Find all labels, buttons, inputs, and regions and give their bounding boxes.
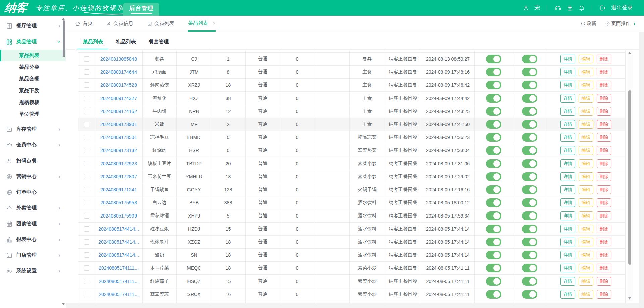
sale-status-toggle[interactable]	[486, 251, 501, 259]
item-id-link[interactable]: 20240809173132	[95, 144, 143, 157]
sidebar-item-dish-mgmt[interactable]: 菜品管理	[0, 34, 66, 50]
row-checkbox[interactable]	[84, 82, 89, 88]
show-status-toggle[interactable]	[522, 290, 537, 299]
item-id-link[interactable]: 20240805174414...	[95, 223, 143, 236]
item-id-link[interactable]: 20240809172807	[95, 170, 143, 183]
show-status-toggle[interactable]	[522, 55, 537, 63]
show-status-toggle[interactable]	[522, 211, 537, 220]
edit-button[interactable]: 编辑	[579, 290, 593, 299]
edit-button[interactable]: 编辑	[579, 55, 593, 63]
content-tab-mealbox-mgmt[interactable]: 餐盒管理	[143, 39, 174, 49]
delete-button[interactable]: 删除	[597, 68, 611, 76]
detail-button[interactable]: 详情	[560, 198, 575, 207]
sidebar-scroll-down-arrow[interactable]	[62, 303, 65, 305]
detail-button[interactable]: 详情	[560, 238, 575, 246]
delete-button[interactable]: 删除	[597, 133, 611, 142]
row-checkbox[interactable]	[84, 213, 89, 219]
delete-button[interactable]: 删除	[597, 120, 611, 129]
item-id-link[interactable]: 20240809172923	[95, 157, 143, 170]
sidebar-item-scan-order[interactable]: 扫码点餐	[0, 153, 66, 169]
show-status-toggle[interactable]	[522, 133, 537, 142]
delete-button[interactable]: 删除	[597, 81, 611, 89]
show-status-toggle[interactable]	[522, 107, 537, 116]
delete-button[interactable]: 删除	[597, 172, 611, 181]
sale-status-toggle[interactable]	[486, 198, 501, 207]
sale-status-toggle[interactable]	[486, 81, 501, 89]
delete-button[interactable]: 删除	[597, 251, 611, 259]
sale-status-toggle[interactable]	[486, 94, 501, 103]
content-tab-dish-list[interactable]: 菜品列表	[77, 39, 108, 49]
row-checkbox[interactable]	[84, 69, 89, 75]
sale-status-toggle[interactable]	[486, 211, 501, 220]
item-id-link[interactable]: 20240805174111...	[95, 288, 143, 301]
support-headset-icon[interactable]	[554, 4, 561, 11]
sidebar-item-restaurant-mgmt[interactable]: 餐厅管理	[0, 18, 66, 34]
sale-status-toggle[interactable]	[486, 172, 501, 181]
edit-button[interactable]: 编辑	[579, 120, 593, 129]
row-checkbox[interactable]	[84, 96, 89, 101]
sidebar-subitem-dish-combo[interactable]: 菜品套餐	[0, 73, 66, 85]
show-status-toggle[interactable]	[522, 68, 537, 76]
sale-status-toggle[interactable]	[486, 133, 501, 142]
delete-button[interactable]: 删除	[597, 94, 611, 103]
detail-button[interactable]: 详情	[560, 225, 575, 233]
scroll-down-arrow[interactable]	[628, 297, 631, 300]
row-checkbox[interactable]	[84, 292, 89, 297]
sidebar-item-inventory-mgmt[interactable]: 库存管理	[0, 121, 66, 137]
sale-status-toggle[interactable]	[486, 238, 501, 246]
notification-bell-icon[interactable]	[578, 5, 585, 11]
page-operations-button[interactable]: 页面操作 ›	[605, 21, 635, 27]
delete-button[interactable]: 删除	[597, 211, 611, 220]
sale-status-toggle[interactable]	[486, 277, 501, 286]
delete-button[interactable]: 删除	[597, 277, 611, 286]
sale-status-toggle[interactable]	[486, 146, 501, 155]
admin-nav-tab[interactable]: 后台管理	[123, 3, 159, 16]
item-id-link[interactable]: 20240805174414...	[95, 249, 143, 262]
item-id-link[interactable]: 20240809171241	[95, 183, 143, 196]
sale-status-toggle[interactable]	[486, 225, 501, 233]
detail-button[interactable]: 详情	[560, 107, 575, 116]
delete-button[interactable]: 删除	[597, 264, 611, 272]
detail-button[interactable]: 详情	[560, 133, 575, 142]
tab-dish-list[interactable]: 菜品列表 ×	[188, 16, 216, 32]
row-checkbox[interactable]	[84, 135, 89, 140]
detail-button[interactable]: 详情	[560, 159, 575, 168]
delete-button[interactable]: 删除	[597, 238, 611, 246]
row-checkbox[interactable]	[84, 252, 89, 258]
item-id-link[interactable]: 20240805175958	[95, 196, 143, 209]
detail-button[interactable]: 详情	[560, 185, 575, 194]
table-scrollbar-thumb[interactable]	[628, 90, 631, 265]
edit-button[interactable]: 编辑	[579, 225, 593, 233]
item-id-link[interactable]: 20240805174414...	[95, 236, 143, 249]
show-status-toggle[interactable]	[522, 251, 537, 259]
edit-button[interactable]: 编辑	[579, 107, 593, 116]
item-id-link[interactable]: 20240805175909	[95, 209, 143, 223]
sidebar-scroll-up-arrow[interactable]	[62, 18, 65, 20]
detail-button[interactable]: 详情	[560, 277, 575, 286]
item-id-link[interactable]: 20240809173501	[95, 131, 143, 144]
show-status-toggle[interactable]	[522, 185, 537, 194]
detail-button[interactable]: 详情	[560, 290, 575, 299]
row-checkbox[interactable]	[84, 161, 89, 166]
show-status-toggle[interactable]	[522, 120, 537, 129]
item-id-link[interactable]: 20240805174111...	[95, 275, 143, 288]
scroll-up-arrow[interactable]	[628, 52, 631, 54]
delete-button[interactable]: 删除	[597, 290, 611, 299]
delete-button[interactable]: 删除	[597, 225, 611, 233]
sidebar-subitem-dish-list[interactable]: 菜品列表	[0, 50, 66, 61]
sale-status-toggle[interactable]	[486, 120, 501, 129]
item-id-link[interactable]: 20240805174111...	[95, 262, 143, 275]
edit-button[interactable]: 编辑	[579, 277, 593, 286]
edit-button[interactable]: 编辑	[579, 146, 593, 155]
sidebar-item-groupbuy-mgmt[interactable]: 团购管理	[0, 216, 66, 232]
row-checkbox[interactable]	[84, 174, 89, 179]
row-checkbox[interactable]	[84, 279, 89, 284]
detail-button[interactable]: 详情	[560, 251, 575, 259]
sidebar-scrollbar-thumb[interactable]	[63, 20, 65, 57]
row-checkbox[interactable]	[84, 200, 89, 205]
detail-button[interactable]: 详情	[560, 172, 575, 181]
sale-status-toggle[interactable]	[486, 290, 501, 299]
show-status-toggle[interactable]	[522, 159, 537, 168]
detail-button[interactable]: 详情	[560, 120, 575, 129]
item-id-link[interactable]: 20240809174152	[95, 105, 143, 118]
